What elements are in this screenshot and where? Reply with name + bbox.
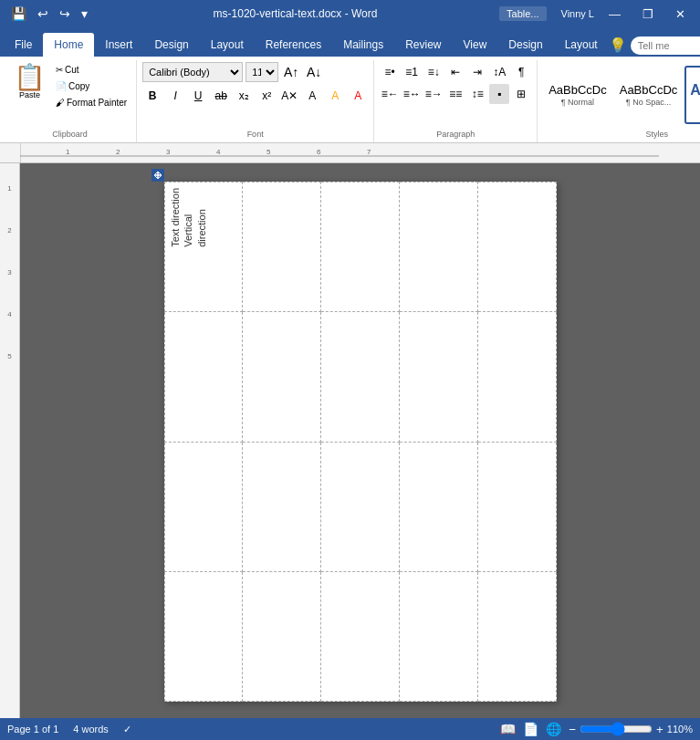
- tab-file[interactable]: File: [4, 33, 43, 57]
- style-heading1[interactable]: AaBbCc Heading 1: [684, 66, 700, 124]
- font-color-button[interactable]: A: [348, 86, 368, 106]
- highlight-button[interactable]: A: [325, 86, 345, 106]
- table-cell-r4c5[interactable]: [477, 571, 556, 701]
- table-cell-r3c3[interactable]: [321, 442, 400, 571]
- tab-design[interactable]: Design: [143, 33, 199, 57]
- tab-layout[interactable]: Layout: [200, 33, 255, 57]
- tab-view[interactable]: View: [453, 33, 498, 57]
- font-group-content: Calibri (Body) 11 A↑ A↓ B I U ab x₂ x² A…: [142, 60, 368, 128]
- table-cell-r1c1[interactable]: Text directionVerticaldirection: [164, 182, 243, 312]
- tab-insert[interactable]: Insert: [94, 33, 143, 57]
- tab-design2[interactable]: Design: [497, 33, 553, 57]
- page-move-handle[interactable]: [151, 169, 164, 182]
- font-size-select[interactable]: 11: [246, 62, 278, 82]
- cut-button[interactable]: ✂ Cut: [52, 62, 131, 78]
- decrease-font-button[interactable]: A↓: [304, 62, 324, 82]
- title-bar-left: 💾 ↩ ↪ ▾: [7, 5, 91, 23]
- table-cell-r1c4[interactable]: [399, 182, 477, 312]
- style-no-spacing[interactable]: AaBbCcDc ¶ No Spac...: [614, 66, 684, 124]
- increase-font-button[interactable]: A↑: [281, 62, 301, 82]
- shading-button[interactable]: ▪: [489, 84, 509, 104]
- numbering-button[interactable]: ≡1: [402, 62, 422, 82]
- vertical-ruler: 1 2 3 4 5: [0, 163, 20, 718]
- clear-format-button[interactable]: A✕: [279, 86, 299, 106]
- print-layout-button[interactable]: 📄: [523, 722, 538, 736]
- superscript-button[interactable]: x²: [256, 86, 277, 106]
- table-cell-r2c4[interactable]: [399, 312, 477, 442]
- table-cell-r2c5[interactable]: [477, 312, 556, 442]
- document-area[interactable]: Text directionVerticaldirection: [20, 163, 700, 718]
- multilevel-button[interactable]: ≡↓: [423, 62, 444, 82]
- minimize-button[interactable]: —: [601, 5, 628, 23]
- read-mode-button[interactable]: 📖: [500, 722, 516, 736]
- tell-me-input[interactable]: [631, 36, 700, 55]
- italic-button[interactable]: I: [165, 86, 185, 106]
- bold-button[interactable]: B: [142, 86, 162, 106]
- table-cell-r1c3[interactable]: [321, 182, 400, 312]
- styles-label: Styles: [646, 128, 669, 139]
- line-spacing-button[interactable]: ↕≡: [467, 84, 487, 104]
- styles-group-content: AaBbCcDc ¶ Normal AaBbCcDc ¶ No Spac... …: [543, 60, 700, 128]
- tab-review[interactable]: Review: [394, 33, 452, 57]
- status-left: Page 1 of 1 4 words ✓: [7, 724, 131, 735]
- svg-text:3: 3: [166, 148, 171, 156]
- justify-button[interactable]: ≡≡: [445, 84, 465, 104]
- paste-icon: 📋: [14, 65, 46, 90]
- table-cell-r1c5[interactable]: [477, 182, 556, 312]
- font-family-select[interactable]: Calibri (Body): [142, 62, 243, 82]
- table-cell-r4c2[interactable]: [243, 571, 321, 701]
- table-cell-r2c2[interactable]: [243, 312, 321, 442]
- redo-button[interactable]: ↪: [56, 5, 74, 23]
- table-row: [164, 442, 556, 571]
- table-cell-r2c1[interactable]: [164, 312, 243, 442]
- tab-layout2[interactable]: Layout: [554, 33, 609, 57]
- ruler-num-2: 2: [7, 209, 11, 251]
- decrease-indent-button[interactable]: ⇤: [445, 62, 465, 82]
- align-left-button[interactable]: ≡←: [380, 84, 400, 104]
- style-normal[interactable]: AaBbCcDc ¶ Normal: [543, 66, 612, 124]
- table-cell-r4c3[interactable]: [321, 571, 400, 701]
- copy-button[interactable]: 📄 Copy: [52, 78, 131, 94]
- tab-home[interactable]: Home: [43, 33, 94, 57]
- zoom-slider[interactable]: [580, 722, 653, 736]
- table-cell-r3c1[interactable]: [164, 442, 243, 571]
- format-painter-button[interactable]: 🖌 Format Painter: [52, 95, 131, 110]
- zoom-in-button[interactable]: +: [656, 723, 663, 736]
- status-right: 📖 📄 🌐 − + 110%: [500, 722, 693, 736]
- table-cell-r4c1[interactable]: [164, 571, 243, 701]
- increase-indent-button[interactable]: ⇥: [467, 62, 487, 82]
- table-cell-r3c4[interactable]: [399, 442, 477, 571]
- table-cell-r3c5[interactable]: [477, 442, 556, 571]
- underline-button[interactable]: U: [188, 86, 208, 106]
- borders-button[interactable]: ⊞: [511, 84, 531, 104]
- web-layout-button[interactable]: 🌐: [546, 722, 561, 736]
- strikethrough-button[interactable]: ab: [211, 86, 231, 106]
- tab-references[interactable]: References: [255, 33, 332, 57]
- table-tool-tab[interactable]: Table...: [499, 6, 546, 21]
- style-items: AaBbCcDc ¶ Normal AaBbCcDc ¶ No Spac... …: [543, 66, 700, 124]
- close-button[interactable]: ✕: [668, 5, 693, 23]
- save-button[interactable]: 💾: [7, 5, 30, 23]
- table-row: [164, 571, 556, 701]
- table-cell-r1c2[interactable]: [243, 182, 321, 312]
- table-cell-r2c3[interactable]: [321, 312, 400, 442]
- table-cell-r4c4[interactable]: [399, 571, 477, 701]
- title-bar: 💾 ↩ ↪ ▾ ms-1020-vertical-text.docx - Wor…: [0, 0, 700, 27]
- table-cell-r3c2[interactable]: [243, 442, 321, 571]
- help-icon[interactable]: 💡: [609, 36, 627, 54]
- subscript-button[interactable]: x₂: [234, 86, 254, 106]
- paste-button[interactable]: 📋 Paste: [9, 62, 50, 102]
- zoom-out-button[interactable]: −: [569, 723, 576, 736]
- align-center-button[interactable]: ≡↔: [402, 84, 422, 104]
- restore-button[interactable]: ❐: [635, 5, 661, 23]
- show-para-button[interactable]: ¶: [511, 62, 531, 82]
- undo-button[interactable]: ↩: [34, 5, 52, 23]
- proofing-icon[interactable]: ✓: [123, 724, 131, 735]
- quick-access-dropdown[interactable]: ▾: [78, 5, 91, 23]
- align-right-button[interactable]: ≡→: [423, 84, 444, 104]
- text-effects-button[interactable]: A: [302, 86, 322, 106]
- tab-mailings[interactable]: Mailings: [332, 33, 394, 57]
- copy-label: Copy: [68, 81, 89, 91]
- bullets-button[interactable]: ≡•: [380, 62, 400, 82]
- sort-button[interactable]: ↕A: [489, 62, 509, 82]
